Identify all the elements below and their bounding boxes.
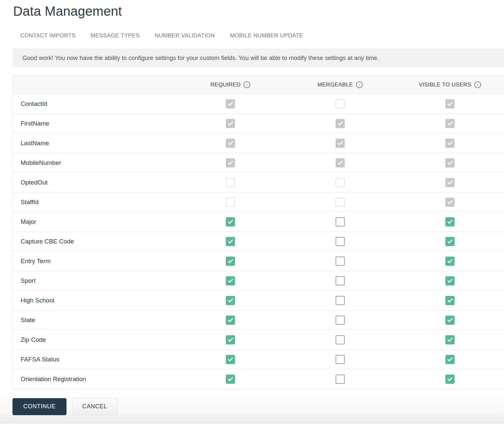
visible-checkbox[interactable] xyxy=(445,237,455,246)
visible-checkbox xyxy=(445,178,455,187)
required-cell xyxy=(176,198,284,207)
column-header-required: REQUIRED i xyxy=(176,81,284,88)
required-checkbox[interactable] xyxy=(226,355,235,364)
checkmark-icon xyxy=(447,218,453,223)
mergeable-cell xyxy=(284,257,396,266)
visible-cell xyxy=(396,119,504,128)
visible-checkbox[interactable] xyxy=(445,257,455,266)
field-name-label: MobileNumber xyxy=(13,159,176,166)
mergeable-cell xyxy=(284,276,396,285)
visible-checkbox[interactable] xyxy=(445,335,455,344)
table-row: MobileNumber xyxy=(13,153,504,173)
tab-contact-imports[interactable]: CONTACT IMPORTS xyxy=(20,32,75,39)
required-checkbox[interactable] xyxy=(226,257,235,266)
required-checkbox xyxy=(226,99,235,108)
required-checkbox[interactable] xyxy=(226,237,235,246)
field-name-label: StaffId xyxy=(13,199,176,206)
visible-checkbox[interactable] xyxy=(445,316,455,325)
checkmark-icon xyxy=(228,238,233,243)
required-checkbox[interactable] xyxy=(226,276,235,285)
mergeable-checkbox[interactable] xyxy=(336,335,345,344)
required-checkbox[interactable] xyxy=(226,335,235,344)
mergeable-checkbox[interactable] xyxy=(336,217,345,226)
table-row: FAFSA Status xyxy=(13,350,504,369)
mergeable-cell xyxy=(284,316,396,325)
field-name-label: FirstName xyxy=(13,120,176,127)
table-row: High School xyxy=(13,291,504,310)
visible-cell xyxy=(396,237,504,246)
tab-message-types[interactable]: MESSAGE TYPES xyxy=(90,32,139,39)
checkmark-icon xyxy=(338,159,343,165)
info-icon[interactable]: i xyxy=(356,81,363,88)
cancel-button[interactable]: CANCEL xyxy=(72,398,118,415)
action-bar: CONTINUE CANCEL xyxy=(0,389,504,424)
tab-bar: CONTACT IMPORTS MESSAGE TYPES NUMBER VAL… xyxy=(20,32,504,39)
mergeable-checkbox[interactable] xyxy=(336,257,345,266)
table-row: Sport xyxy=(13,271,504,291)
mergeable-checkbox[interactable] xyxy=(336,237,345,246)
required-checkbox xyxy=(226,158,235,167)
visible-cell xyxy=(396,296,504,305)
visible-checkbox xyxy=(445,99,455,108)
mergeable-checkbox[interactable] xyxy=(336,296,345,305)
continue-button[interactable]: CONTINUE xyxy=(12,398,67,415)
visible-cell xyxy=(396,375,504,384)
mergeable-checkbox[interactable] xyxy=(336,375,345,384)
table-row: Orientation Registration xyxy=(13,369,504,389)
field-name-label: OptedOut xyxy=(13,179,176,186)
required-cell xyxy=(176,257,284,266)
mergeable-checkbox[interactable] xyxy=(336,276,345,285)
visible-checkbox[interactable] xyxy=(445,355,455,364)
visible-cell xyxy=(396,355,504,364)
table-row: LastName xyxy=(13,133,504,153)
required-checkbox[interactable] xyxy=(226,316,235,325)
field-name-label: High School xyxy=(13,297,176,304)
info-icon[interactable]: i xyxy=(474,81,481,88)
required-checkbox xyxy=(226,198,235,207)
visible-checkbox[interactable] xyxy=(445,296,455,305)
required-checkbox[interactable] xyxy=(226,296,235,305)
info-icon[interactable]: i xyxy=(243,81,250,88)
visible-cell xyxy=(396,217,504,226)
mergeable-cell xyxy=(284,237,396,246)
visible-checkbox[interactable] xyxy=(445,375,455,384)
required-checkbox[interactable] xyxy=(226,375,235,384)
required-cell xyxy=(176,296,284,305)
checkmark-icon xyxy=(447,356,453,361)
visible-cell xyxy=(396,158,504,167)
required-cell xyxy=(176,99,284,108)
table-row: State xyxy=(13,310,504,330)
checkmark-icon xyxy=(228,317,233,322)
checkmark-icon xyxy=(228,100,233,106)
mergeable-cell xyxy=(284,178,396,187)
required-cell xyxy=(176,237,284,246)
column-label-required: REQUIRED xyxy=(210,82,241,88)
mergeable-cell xyxy=(284,139,396,148)
mergeable-checkbox[interactable] xyxy=(336,355,345,364)
tab-number-validation[interactable]: NUMBER VALIDATION xyxy=(155,32,215,39)
checkmark-icon xyxy=(228,120,233,125)
checkmark-icon xyxy=(228,356,233,361)
mergeable-cell xyxy=(284,198,396,207)
required-checkbox[interactable] xyxy=(226,217,235,226)
visible-checkbox[interactable] xyxy=(445,276,455,285)
table-row: Major xyxy=(13,212,504,232)
tab-mobile-number-update[interactable]: MOBILE NUMBER UPDATE xyxy=(230,32,303,39)
visible-cell xyxy=(396,316,504,325)
visible-checkbox xyxy=(445,198,455,207)
required-checkbox xyxy=(226,119,235,128)
visible-checkbox[interactable] xyxy=(445,217,455,226)
fields-table: REQUIRED i MERGEABLE i VISIBLE TO USERS … xyxy=(12,75,504,389)
checkmark-icon xyxy=(447,199,453,204)
checkmark-icon xyxy=(228,297,233,302)
mergeable-cell xyxy=(284,158,396,167)
required-checkbox xyxy=(226,178,235,187)
mergeable-checkbox xyxy=(336,158,345,167)
checkmark-icon xyxy=(447,336,453,341)
visible-cell xyxy=(396,99,504,108)
column-header-visible-to-users: VISIBLE TO USERS i xyxy=(396,81,504,88)
table-row: OptedOut xyxy=(13,173,504,192)
mergeable-checkbox[interactable] xyxy=(336,316,345,325)
checkmark-icon xyxy=(228,277,233,282)
checkmark-icon xyxy=(228,258,233,263)
